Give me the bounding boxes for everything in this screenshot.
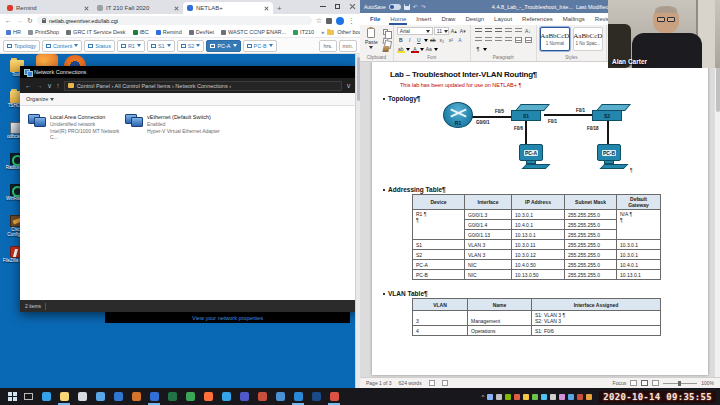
style-card[interactable]: AaBbCcD 1 Normal (540, 27, 570, 51)
bookmark-item[interactable]: DevNet (189, 29, 214, 35)
taskbar-app-icon[interactable] (163, 388, 181, 405)
strikethrough-button[interactable]: ab (429, 36, 437, 44)
copy-icon[interactable] (383, 29, 388, 35)
taskbar-app-icon[interactable] (289, 388, 307, 405)
bookmark-item[interactable]: PrintShop (28, 29, 59, 35)
numbering-button[interactable] (485, 28, 492, 34)
taskbar-app-icon[interactable] (307, 388, 325, 405)
tray-icon[interactable] (577, 394, 583, 400)
remote-desktop-viewport[interactable]: Tools TSHOOT odbcad32 RadiusTest (0, 54, 360, 388)
task-view-icon[interactable] (24, 393, 33, 400)
taskbar-app-icon[interactable] (73, 388, 91, 405)
bookmark-item[interactable]: Remind (156, 29, 182, 35)
browser-tab[interactable]: NETLAB+ (183, 2, 273, 14)
tab-close-icon[interactable] (174, 6, 179, 11)
taskbar-app-icon[interactable] (37, 388, 55, 405)
tray-icon[interactable] (523, 394, 529, 400)
back-icon[interactable]: ← (25, 82, 32, 89)
font-size-select[interactable]: 11 (434, 27, 449, 35)
align-left-button[interactable] (475, 37, 482, 43)
netlab-device-button[interactable]: Status (84, 40, 115, 52)
zoom-level[interactable]: 100% (701, 380, 714, 386)
style-card[interactable]: AaBbCcD 1 No Spac... (573, 27, 603, 51)
document-page[interactable]: Lab – Troubleshoot Inter-VLAN Routing¶ T… (372, 62, 708, 375)
ribbon-tab[interactable]: Layout (489, 13, 517, 25)
save-icon[interactable] (404, 4, 410, 10)
nc-title-bar[interactable]: Network Connections (20, 66, 356, 78)
tab-close-icon[interactable] (264, 6, 269, 11)
shrink-font-icon[interactable]: A▾ (459, 27, 467, 35)
netlab-device-button[interactable]: S2 (177, 40, 205, 52)
browser-menu-icon[interactable]: ⋮ (348, 17, 355, 24)
change-case-button[interactable]: Aa (425, 45, 433, 53)
undo-icon[interactable]: ↶ (413, 3, 418, 10)
ribbon-tab[interactable]: Home (385, 13, 411, 25)
ribbon-tab[interactable]: Draw (436, 13, 460, 25)
ribbon-tab[interactable]: Insert (411, 13, 436, 25)
subscript-button[interactable]: x₂ (438, 36, 446, 44)
taskbar-app-icon[interactable] (181, 388, 199, 405)
netlab-device-button[interactable]: Content (42, 40, 82, 52)
tray-icon[interactable] (505, 394, 511, 400)
taskbar-app-icon[interactable] (271, 388, 289, 405)
paste-button[interactable]: Paste (363, 27, 380, 53)
tray-icon[interactable] (514, 394, 520, 400)
tray-expand-icon[interactable]: ^ (482, 394, 485, 400)
taskbar-app-icon[interactable] (127, 388, 145, 405)
underline-button[interactable]: U (415, 36, 423, 44)
taskbar-app-icon[interactable] (109, 388, 127, 405)
ribbon-tab[interactable]: File (365, 13, 385, 25)
highlight-button[interactable]: ab (397, 45, 405, 53)
ribbon-tab[interactable]: Mailings (558, 13, 590, 25)
autosave-toggle[interactable] (389, 4, 401, 10)
browser-tab[interactable]: IT 210 Fall 2020 (93, 2, 183, 14)
focus-mode-button[interactable]: Focus (613, 380, 627, 386)
netlab-device-button[interactable]: Topology (3, 40, 40, 52)
new-tab-button[interactable]: + (277, 4, 282, 13)
other-bookmarks-label[interactable]: Other bookmarks (337, 29, 360, 35)
history-dropdown-icon[interactable]: ∨ (47, 82, 52, 89)
url-input[interactable]: netlab.greenriver.edu/lab.cgi (37, 16, 312, 25)
format-painter-icon[interactable] (382, 46, 389, 52)
back-icon[interactable]: ← (5, 17, 12, 24)
tray-icon[interactable] (496, 394, 502, 400)
cut-icon[interactable] (382, 37, 388, 44)
bookmark-item[interactable]: WASTC CCNP ENAR... (221, 29, 286, 35)
taskbar-app-icon[interactable] (253, 388, 271, 405)
ribbon-tab[interactable]: Design (460, 13, 489, 25)
print-layout-icon[interactable] (641, 380, 648, 386)
bookmark-item[interactable]: HR (6, 29, 21, 35)
font-name-select[interactable]: Arial (397, 27, 433, 35)
netlab-device-button[interactable]: PC-A (206, 40, 240, 52)
bullets-button[interactable] (475, 28, 482, 34)
tray-icon[interactable] (568, 394, 574, 400)
adapter-vethernet[interactable]: vEthernet (Default Switch) Enabled Hyper… (125, 114, 223, 134)
refresh-dropdown-icon[interactable]: ∨ (346, 82, 351, 89)
netlab-device-button[interactable]: S1 (147, 40, 175, 52)
decrease-indent-button[interactable] (505, 28, 512, 34)
borders-button[interactable] (525, 37, 532, 43)
timer-button[interactable]: hrs. (319, 40, 336, 52)
start-button[interactable] (4, 388, 20, 405)
timer-button[interactable]: min. (339, 40, 357, 52)
ribbon-tab[interactable]: References (517, 13, 558, 25)
word-scrollbar[interactable] (714, 62, 720, 377)
bookmark-item[interactable]: IBC (133, 29, 149, 35)
maximize-icon[interactable] (335, 4, 340, 9)
bold-button[interactable]: B (397, 36, 405, 44)
netlab-device-button[interactable]: R1 (117, 40, 145, 52)
nc-content[interactable]: Local Area Connection Unidentified netwo… (20, 106, 356, 300)
minimize-icon[interactable] (320, 6, 326, 7)
italic-button[interactable]: I (406, 36, 414, 44)
superscript-button[interactable]: x² (447, 36, 455, 44)
tray-icon[interactable] (532, 394, 538, 400)
shading-button[interactable] (515, 37, 522, 43)
align-center-button[interactable] (485, 37, 492, 43)
network-properties-link[interactable]: View your network properties (192, 315, 263, 321)
increase-indent-button[interactable] (515, 28, 522, 34)
taskbar-app-icon[interactable] (325, 388, 343, 405)
grow-font-icon[interactable]: A▴ (450, 27, 458, 35)
close-icon[interactable] (349, 3, 356, 10)
zoom-slider[interactable] (663, 383, 697, 384)
bookmark-item[interactable]: IT210 (293, 29, 314, 35)
